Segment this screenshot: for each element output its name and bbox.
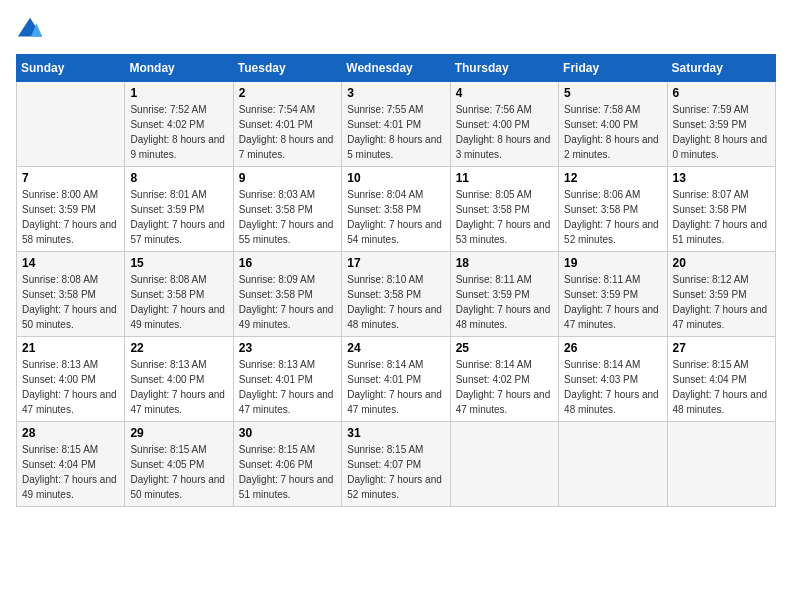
day-number: 30: [239, 426, 336, 440]
day-info: Sunrise: 7:54 AMSunset: 4:01 PMDaylight:…: [239, 102, 336, 162]
calendar-cell: [667, 422, 775, 507]
calendar-cell: 25Sunrise: 8:14 AMSunset: 4:02 PMDayligh…: [450, 337, 558, 422]
calendar-week-1: 1Sunrise: 7:52 AMSunset: 4:02 PMDaylight…: [17, 82, 776, 167]
day-info: Sunrise: 8:11 AMSunset: 3:59 PMDaylight:…: [456, 272, 553, 332]
day-info: Sunrise: 7:59 AMSunset: 3:59 PMDaylight:…: [673, 102, 770, 162]
day-info: Sunrise: 8:11 AMSunset: 3:59 PMDaylight:…: [564, 272, 661, 332]
day-number: 31: [347, 426, 444, 440]
day-number: 25: [456, 341, 553, 355]
day-info: Sunrise: 8:13 AMSunset: 4:00 PMDaylight:…: [22, 357, 119, 417]
day-number: 3: [347, 86, 444, 100]
calendar-cell: 22Sunrise: 8:13 AMSunset: 4:00 PMDayligh…: [125, 337, 233, 422]
calendar-cell: 14Sunrise: 8:08 AMSunset: 3:58 PMDayligh…: [17, 252, 125, 337]
day-number: 17: [347, 256, 444, 270]
day-number: 11: [456, 171, 553, 185]
day-info: Sunrise: 8:15 AMSunset: 4:07 PMDaylight:…: [347, 442, 444, 502]
day-number: 27: [673, 341, 770, 355]
day-number: 12: [564, 171, 661, 185]
day-number: 2: [239, 86, 336, 100]
calendar-cell: 15Sunrise: 8:08 AMSunset: 3:58 PMDayligh…: [125, 252, 233, 337]
calendar-cell: 17Sunrise: 8:10 AMSunset: 3:58 PMDayligh…: [342, 252, 450, 337]
day-number: 16: [239, 256, 336, 270]
day-info: Sunrise: 8:08 AMSunset: 3:58 PMDaylight:…: [22, 272, 119, 332]
logo: [16, 16, 48, 44]
day-info: Sunrise: 8:06 AMSunset: 3:58 PMDaylight:…: [564, 187, 661, 247]
day-number: 19: [564, 256, 661, 270]
day-info: Sunrise: 7:58 AMSunset: 4:00 PMDaylight:…: [564, 102, 661, 162]
day-number: 8: [130, 171, 227, 185]
calendar-cell: 26Sunrise: 8:14 AMSunset: 4:03 PMDayligh…: [559, 337, 667, 422]
day-info: Sunrise: 8:07 AMSunset: 3:58 PMDaylight:…: [673, 187, 770, 247]
header-saturday: Saturday: [667, 55, 775, 82]
header-thursday: Thursday: [450, 55, 558, 82]
calendar-cell: 16Sunrise: 8:09 AMSunset: 3:58 PMDayligh…: [233, 252, 341, 337]
day-number: 18: [456, 256, 553, 270]
calendar-cell: 29Sunrise: 8:15 AMSunset: 4:05 PMDayligh…: [125, 422, 233, 507]
day-number: 24: [347, 341, 444, 355]
day-info: Sunrise: 8:04 AMSunset: 3:58 PMDaylight:…: [347, 187, 444, 247]
day-number: 23: [239, 341, 336, 355]
calendar-cell: 24Sunrise: 8:14 AMSunset: 4:01 PMDayligh…: [342, 337, 450, 422]
calendar-week-5: 28Sunrise: 8:15 AMSunset: 4:04 PMDayligh…: [17, 422, 776, 507]
day-number: 20: [673, 256, 770, 270]
calendar-cell: 8Sunrise: 8:01 AMSunset: 3:59 PMDaylight…: [125, 167, 233, 252]
calendar-week-4: 21Sunrise: 8:13 AMSunset: 4:00 PMDayligh…: [17, 337, 776, 422]
calendar-cell: 5Sunrise: 7:58 AMSunset: 4:00 PMDaylight…: [559, 82, 667, 167]
calendar-cell: 20Sunrise: 8:12 AMSunset: 3:59 PMDayligh…: [667, 252, 775, 337]
day-info: Sunrise: 8:03 AMSunset: 3:58 PMDaylight:…: [239, 187, 336, 247]
day-number: 7: [22, 171, 119, 185]
calendar: SundayMondayTuesdayWednesdayThursdayFrid…: [16, 54, 776, 507]
header-monday: Monday: [125, 55, 233, 82]
calendar-cell: 31Sunrise: 8:15 AMSunset: 4:07 PMDayligh…: [342, 422, 450, 507]
day-info: Sunrise: 8:15 AMSunset: 4:04 PMDaylight:…: [673, 357, 770, 417]
header-tuesday: Tuesday: [233, 55, 341, 82]
day-number: 4: [456, 86, 553, 100]
day-number: 5: [564, 86, 661, 100]
day-info: Sunrise: 8:05 AMSunset: 3:58 PMDaylight:…: [456, 187, 553, 247]
day-info: Sunrise: 8:15 AMSunset: 4:04 PMDaylight:…: [22, 442, 119, 502]
day-info: Sunrise: 8:15 AMSunset: 4:05 PMDaylight:…: [130, 442, 227, 502]
day-info: Sunrise: 8:14 AMSunset: 4:02 PMDaylight:…: [456, 357, 553, 417]
calendar-week-2: 7Sunrise: 8:00 AMSunset: 3:59 PMDaylight…: [17, 167, 776, 252]
day-info: Sunrise: 8:14 AMSunset: 4:01 PMDaylight:…: [347, 357, 444, 417]
day-info: Sunrise: 7:56 AMSunset: 4:00 PMDaylight:…: [456, 102, 553, 162]
day-info: Sunrise: 7:55 AMSunset: 4:01 PMDaylight:…: [347, 102, 444, 162]
day-number: 6: [673, 86, 770, 100]
day-info: Sunrise: 8:14 AMSunset: 4:03 PMDaylight:…: [564, 357, 661, 417]
day-info: Sunrise: 8:13 AMSunset: 4:00 PMDaylight:…: [130, 357, 227, 417]
day-info: Sunrise: 8:13 AMSunset: 4:01 PMDaylight:…: [239, 357, 336, 417]
day-number: 9: [239, 171, 336, 185]
day-number: 1: [130, 86, 227, 100]
page-header: [16, 16, 776, 44]
calendar-cell: 11Sunrise: 8:05 AMSunset: 3:58 PMDayligh…: [450, 167, 558, 252]
calendar-cell: 19Sunrise: 8:11 AMSunset: 3:59 PMDayligh…: [559, 252, 667, 337]
calendar-cell: 4Sunrise: 7:56 AMSunset: 4:00 PMDaylight…: [450, 82, 558, 167]
day-info: Sunrise: 8:01 AMSunset: 3:59 PMDaylight:…: [130, 187, 227, 247]
header-wednesday: Wednesday: [342, 55, 450, 82]
calendar-cell: 13Sunrise: 8:07 AMSunset: 3:58 PMDayligh…: [667, 167, 775, 252]
calendar-header-row: SundayMondayTuesdayWednesdayThursdayFrid…: [17, 55, 776, 82]
day-info: Sunrise: 7:52 AMSunset: 4:02 PMDaylight:…: [130, 102, 227, 162]
calendar-cell: 21Sunrise: 8:13 AMSunset: 4:00 PMDayligh…: [17, 337, 125, 422]
calendar-cell: [450, 422, 558, 507]
day-number: 29: [130, 426, 227, 440]
calendar-cell: 27Sunrise: 8:15 AMSunset: 4:04 PMDayligh…: [667, 337, 775, 422]
calendar-cell: 12Sunrise: 8:06 AMSunset: 3:58 PMDayligh…: [559, 167, 667, 252]
calendar-cell: 30Sunrise: 8:15 AMSunset: 4:06 PMDayligh…: [233, 422, 341, 507]
header-sunday: Sunday: [17, 55, 125, 82]
day-info: Sunrise: 8:08 AMSunset: 3:58 PMDaylight:…: [130, 272, 227, 332]
calendar-cell: 2Sunrise: 7:54 AMSunset: 4:01 PMDaylight…: [233, 82, 341, 167]
day-number: 13: [673, 171, 770, 185]
calendar-cell: [17, 82, 125, 167]
day-number: 22: [130, 341, 227, 355]
day-number: 14: [22, 256, 119, 270]
day-info: Sunrise: 8:12 AMSunset: 3:59 PMDaylight:…: [673, 272, 770, 332]
calendar-cell: [559, 422, 667, 507]
calendar-cell: 18Sunrise: 8:11 AMSunset: 3:59 PMDayligh…: [450, 252, 558, 337]
day-number: 26: [564, 341, 661, 355]
calendar-week-3: 14Sunrise: 8:08 AMSunset: 3:58 PMDayligh…: [17, 252, 776, 337]
calendar-cell: 23Sunrise: 8:13 AMSunset: 4:01 PMDayligh…: [233, 337, 341, 422]
calendar-cell: 10Sunrise: 8:04 AMSunset: 3:58 PMDayligh…: [342, 167, 450, 252]
day-number: 28: [22, 426, 119, 440]
calendar-cell: 6Sunrise: 7:59 AMSunset: 3:59 PMDaylight…: [667, 82, 775, 167]
